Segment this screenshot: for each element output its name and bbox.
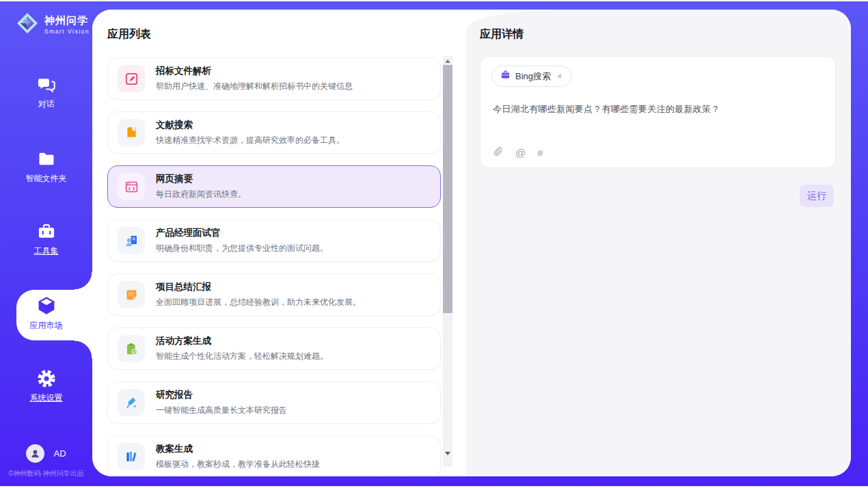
- folder-icon: [0, 150, 92, 169]
- app-detail-title: 应用详情: [480, 27, 524, 42]
- cube-icon: [0, 295, 92, 316]
- pen-square-icon: [118, 65, 145, 92]
- paperclip-icon[interactable]: [493, 146, 504, 160]
- sidebar: 神州问学 Smart Vision 对话 智能文件夹: [0, 1, 92, 476]
- app-item-project-summary[interactable]: 项目总结汇报 全面回顾项目进展，总结经验教训，助力未来优化发展。: [107, 273, 441, 316]
- app-desc: 每日政府新闻资讯快查。: [156, 189, 246, 200]
- sidebar-item-label: 对话: [0, 98, 92, 110]
- sidebar-item-label: 应用市场: [0, 320, 92, 331]
- prompt-input[interactable]: 今日湖北有哪些新闻要点？有哪些需要关注的最新政策？: [493, 103, 823, 116]
- run-button[interactable]: 运行: [800, 185, 834, 207]
- close-icon[interactable]: ×: [557, 71, 562, 81]
- app-title: 网页摘要: [156, 173, 246, 185]
- app-title: 活动方案生成: [156, 335, 328, 347]
- app-item-event-plan[interactable]: 活动方案生成 智能生成个性化活动方案，轻松解决规划难题。: [107, 327, 441, 370]
- user-account[interactable]: AD: [0, 444, 92, 463]
- books-icon: [118, 443, 145, 470]
- interviewer-icon: [118, 227, 145, 254]
- app-desc: 模板驱动，教案秒成，教学准备从此轻松快捷: [156, 459, 320, 470]
- sidebar-item-app-market[interactable]: 应用市场: [0, 295, 92, 331]
- clipboard-icon: [118, 335, 145, 362]
- sidebar-item-toolbox[interactable]: 工具集: [0, 222, 92, 257]
- app-title: 项目总结汇报: [156, 281, 361, 293]
- diamond-logo-icon: [15, 11, 40, 38]
- app-title: 产品经理面试官: [156, 227, 328, 239]
- app-list-scrollbar[interactable]: [443, 56, 452, 467]
- app-detail-panel: 应用详情 Bing搜索 × 今日湖北有哪些新闻要点？有哪些需要关注的最新政策？: [466, 10, 851, 476]
- scroll-down-icon[interactable]: [443, 449, 452, 457]
- app-title: 教案生成: [156, 443, 320, 455]
- toolbox-icon: [0, 222, 92, 241]
- app-desc: 一键智能生成高质量长文本研究报告: [156, 405, 287, 416]
- app-item-lesson-plan[interactable]: 教案生成 模板驱动，教案秒成，教学准备从此轻松快捷: [107, 435, 441, 476]
- app-item-web-summary[interactable]: 网页摘要 每日政府新闻资讯快查。: [107, 165, 441, 208]
- sidebar-item-label: 智能文件夹: [0, 173, 92, 185]
- prompt-card: Bing搜索 × 今日湖北有哪些新闻要点？有哪些需要关注的最新政策？ @ #: [480, 56, 836, 168]
- app-title: 招标文件解析: [156, 65, 353, 77]
- brand-subtitle: Smart Vision: [44, 28, 90, 35]
- tool-tag-label: Bing搜索: [515, 70, 551, 83]
- app-list-title: 应用列表: [107, 27, 151, 42]
- chat-icon: [0, 75, 92, 94]
- gear-icon: [0, 369, 92, 388]
- app-item-research-report[interactable]: 研究报告 一键智能生成高质量长文本研究报告: [107, 381, 441, 424]
- note-icon: [118, 281, 145, 308]
- copyright-footer: ©神州数码·神州问学出品: [0, 469, 92, 478]
- scroll-up-icon[interactable]: [443, 57, 452, 65]
- app-title: 文献搜索: [156, 119, 344, 131]
- bubble-fillet-top: [74, 272, 92, 290]
- briefcase-icon: [500, 70, 511, 83]
- input-toolbar: @ #: [493, 146, 543, 160]
- app-desc: 智能生成个性化活动方案，轻松解决规划难题。: [156, 351, 328, 362]
- app-list: 招标文件解析 帮助用户快速、准确地理解和解析招标书中的关键信息 文献搜索 快速精…: [107, 57, 441, 476]
- ink-pen-icon: [118, 389, 145, 416]
- avatar: [26, 444, 44, 463]
- app-title: 研究报告: [156, 389, 287, 401]
- content-shell: 应用列表 招标文件解析 帮助用户快速、准确地理解和解析招标书中的关键信息: [92, 10, 851, 476]
- app-item-literature-search[interactable]: 文献搜索 快速精准查找学术资源，提高研究效率的必备工具。: [107, 111, 441, 154]
- app-item-bid-document-analysis[interactable]: 招标文件解析 帮助用户快速、准确地理解和解析招标书中的关键信息: [107, 57, 441, 100]
- app-desc: 明确身份和职责，为您提供专业性的面试问题。: [156, 243, 328, 254]
- sidebar-item-settings[interactable]: 系统设置: [0, 369, 92, 404]
- brand-logo: 神州问学 Smart Vision: [15, 11, 90, 38]
- user-name: AD: [53, 448, 66, 459]
- app-desc: 全面回顾项目进展，总结经验教训，助力未来优化发展。: [156, 297, 361, 308]
- scrollbar-thumb[interactable]: [443, 65, 452, 313]
- sidebar-item-chat[interactable]: 对话: [0, 75, 92, 110]
- app-item-pm-interviewer[interactable]: 产品经理面试官 明确身份和职责，为您提供专业性的面试问题。: [107, 219, 441, 262]
- browser-icon: [118, 173, 145, 200]
- sidebar-item-label: 工具集: [0, 245, 92, 257]
- at-icon[interactable]: @: [515, 147, 526, 159]
- bubble-fillet-bottom: [74, 340, 92, 358]
- brand-name: 神州问学: [44, 14, 88, 26]
- app-desc: 帮助用户快速、准确地理解和解析招标书中的关键信息: [156, 81, 353, 92]
- sidebar-item-smart-folder[interactable]: 智能文件夹: [0, 150, 92, 185]
- sidebar-item-label: 系统设置: [0, 392, 92, 404]
- book-icon: [118, 119, 145, 146]
- app-desc: 快速精准查找学术资源，提高研究效率的必备工具。: [156, 135, 344, 146]
- tool-tag-bing-search[interactable]: Bing搜索 ×: [491, 66, 571, 87]
- hash-icon[interactable]: #: [537, 147, 543, 159]
- app-list-panel: 应用列表 招标文件解析 帮助用户快速、准确地理解和解析招标书中的关键信息: [92, 10, 466, 476]
